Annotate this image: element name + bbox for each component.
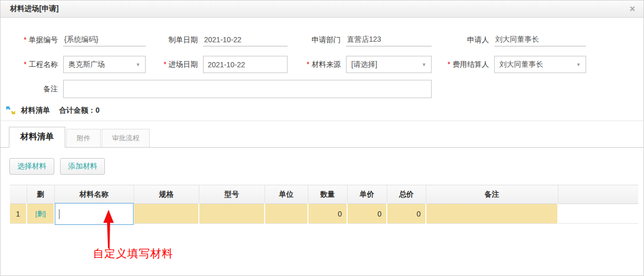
source-label: *材料来源 xyxy=(300,60,346,69)
delete-link[interactable]: [删] xyxy=(35,210,45,218)
extra-cell xyxy=(558,204,638,224)
form-row-3: 备注 xyxy=(9,80,643,98)
required-mark: * xyxy=(164,60,166,68)
project-select[interactable]: 奥克斯广场▼ xyxy=(63,56,146,73)
title-bar: 材料进场[申请] × xyxy=(1,1,643,18)
entry-date-field[interactable] xyxy=(203,56,288,73)
annotation-text: 自定义填写材料 xyxy=(93,246,173,261)
material-name-input[interactable] xyxy=(55,203,134,225)
total-cell[interactable]: 0 xyxy=(387,204,426,224)
material-entry-dialog: 材料进场[申请] × *单据编号 制单日期 申请部门 申请人 *工程名称 奥克斯… xyxy=(0,0,644,276)
settler-select[interactable]: 刘大同董事长▼ xyxy=(494,56,586,73)
col-header-total: 总价 xyxy=(387,185,426,204)
settler-label: *费用结算人 xyxy=(444,60,494,69)
col-header-delete: 删 xyxy=(27,185,54,204)
chevron-down-icon: ▼ xyxy=(136,62,140,67)
required-mark: * xyxy=(307,60,309,68)
doc-date-label: 制单日期 xyxy=(158,35,203,45)
remark-field[interactable] xyxy=(63,80,432,98)
text-cursor xyxy=(59,209,59,219)
chevron-down-icon: ▼ xyxy=(422,62,426,67)
section-title: 材料清单 xyxy=(21,106,50,115)
remark-label: 备注 xyxy=(9,85,63,94)
close-icon[interactable]: × xyxy=(629,4,635,14)
col-header-unit: 单位 xyxy=(265,185,308,204)
tab-attachments[interactable]: 附件 xyxy=(66,129,101,147)
form-row-2: *工程名称 奥克斯广场▼ *进场日期 *材料来源 [请选择]▼ *费用结算人 刘… xyxy=(9,56,643,73)
col-header-qty: 数量 xyxy=(308,185,347,204)
project-label: *工程名称 xyxy=(9,60,63,69)
total-amount: 合计金额：0 xyxy=(59,106,100,115)
dept-label: 申请部门 xyxy=(300,35,346,45)
col-header-remark: 备注 xyxy=(426,185,558,204)
price-cell[interactable]: 0 xyxy=(347,204,387,224)
required-mark: * xyxy=(24,60,27,68)
col-header-rownum xyxy=(10,185,27,204)
doc-date-field[interactable] xyxy=(203,33,288,46)
col-header-extra xyxy=(558,185,638,204)
tab-bar: 材料清单 附件 审批流程 xyxy=(1,127,643,148)
qty-cell[interactable]: 0 xyxy=(308,204,347,224)
spec-cell[interactable] xyxy=(134,204,199,224)
col-header-material-name: 材料名称 xyxy=(54,185,134,204)
remark-cell[interactable] xyxy=(426,204,558,224)
annotation-arrow-icon xyxy=(102,210,115,248)
divider xyxy=(1,121,643,121)
required-mark: * xyxy=(24,35,27,44)
dept-field[interactable] xyxy=(346,33,432,46)
doc-no-label: *单据编号 xyxy=(9,35,63,45)
add-material-button[interactable]: 添加材料 xyxy=(60,158,105,175)
material-name-cell xyxy=(54,204,134,224)
form-row-1: *单据编号 制单日期 申请部门 申请人 xyxy=(9,33,643,46)
row-number-cell: 1 xyxy=(10,204,27,224)
tab-approval-flow[interactable]: 审批流程 xyxy=(102,129,150,147)
table-header-row: 删 材料名称 规格 型号 单位 数量 单价 总价 备注 xyxy=(10,185,638,204)
delete-cell: [删] xyxy=(27,204,54,224)
col-header-price: 单价 xyxy=(347,185,387,204)
required-mark: * xyxy=(448,60,450,68)
unit-cell[interactable] xyxy=(265,204,308,224)
collapse-expand-icon[interactable] xyxy=(6,106,16,115)
applicant-label: 申请人 xyxy=(444,35,494,45)
source-select[interactable]: [请选择]▼ xyxy=(346,56,432,73)
entry-date-label: *进场日期 xyxy=(158,60,203,69)
col-header-spec: 规格 xyxy=(134,185,199,204)
window-title: 材料进场[申请] xyxy=(10,4,58,14)
col-header-model: 型号 xyxy=(199,185,265,204)
select-material-button[interactable]: 选择材料 xyxy=(9,158,54,175)
toolbar: 选择材料 添加材料 xyxy=(9,158,643,175)
tab-material-list[interactable]: 材料清单 xyxy=(9,127,65,148)
material-list-section-header: 材料清单 合计金额：0 xyxy=(6,106,643,115)
applicant-field[interactable] xyxy=(494,33,586,46)
chevron-down-icon: ▼ xyxy=(576,62,581,67)
model-cell[interactable] xyxy=(199,204,265,224)
doc-no-field[interactable] xyxy=(63,33,146,46)
